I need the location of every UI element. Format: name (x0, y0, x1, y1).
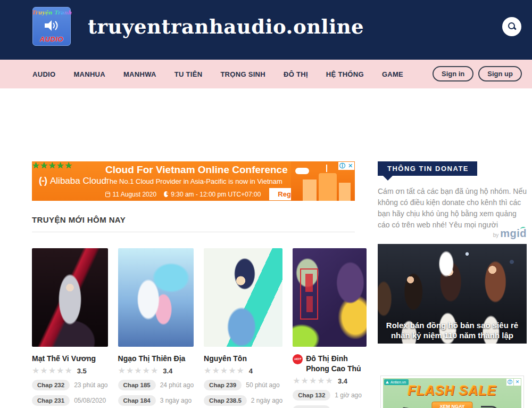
header: Truyện Tranh AUDIO truyentranhaudio.onli… (0, 0, 532, 60)
stars-empty: ★★★★★ (32, 366, 73, 375)
section-divider (32, 232, 355, 232)
lamp-shape (481, 406, 499, 408)
rating-value: 3.5 (77, 367, 87, 375)
chapter-button[interactable]: Chap 184 (118, 395, 156, 406)
chapter-time: 3 ngày ago (160, 397, 192, 404)
comic-title-text: Mạt Thế Vi Vương (32, 354, 96, 364)
chapter-row: Chap 231 05/08/2020 (32, 395, 108, 406)
flash-sale-ad[interactable]: Antien.vn ⓘ ✕ FLASH SALE XEM NGAY (380, 376, 524, 408)
sign-in-button[interactable]: Sign in (433, 66, 473, 81)
comic-card: Nguyên Tôn ★★★★★ ★★★★★ 4 Chap 239 50 phú… (204, 248, 282, 408)
search-button[interactable] (502, 17, 521, 36)
ad-close-icon[interactable]: ✕ (346, 162, 354, 170)
comic-card: HOT Đô Thị Đỉnh Phong Cao Thủ ★★★★★ ★★★★… (293, 248, 367, 408)
star-rating: ★★★★★ ★★★★★ 3.5 (32, 366, 108, 375)
chapter-time: 05/08/2020 (74, 397, 106, 404)
ad-info-icon[interactable]: ⓘ (338, 162, 346, 170)
chapter-time: 23 phút ago (74, 381, 107, 389)
xem-ngay-button[interactable]: XEM NGAY (431, 402, 472, 408)
donate-ribbon-tail (383, 176, 393, 181)
stars-empty: ★★★★★ (293, 377, 334, 385)
comic-title[interactable]: Nguyên Tôn (204, 354, 282, 364)
chapter-button[interactable]: Chap 132 (293, 390, 330, 401)
main-nav: AUDIO MANHUA MANHWA TU TIÊN TRỌNG SINH Đ… (0, 60, 532, 88)
building-shape (339, 183, 351, 201)
logo-text-audio: AUDIO (40, 35, 63, 43)
logo-text-top: Truyện Tranh (31, 10, 71, 15)
chapter-button[interactable]: Chap 185 (118, 380, 156, 390)
star-rating: ★★★★★ ★★★★★ 4 (204, 366, 282, 375)
hot-badge: HOT (293, 354, 303, 364)
chapter-button[interactable]: Chap 232 (32, 380, 70, 390)
ad-date: 11 August 2020 (113, 191, 157, 198)
sidebar: THÔNG TIN DONATE Cám ơn tất cả các bạn đ… (378, 161, 527, 408)
chapter-row: Chap 232 23 phút ago (32, 380, 108, 390)
page: Truyện Tranh AUDIO truyentranhaudio.onli… (0, 0, 532, 408)
flash-sale-ad-body: Antien.vn ⓘ ✕ FLASH SALE XEM NGAY (383, 378, 521, 408)
nav-item-trong-sinh[interactable]: TRỌNG SINH (220, 70, 265, 78)
speaker-icon (45, 20, 59, 31)
comic-card: Mạt Thế Vi Vương ★★★★★ ★★★★★ 3.5 Chap 23… (32, 248, 108, 408)
mgid-by-label: by (493, 232, 499, 238)
comic-title-text: Đô Thị Đỉnh Phong Cao Thủ (306, 354, 367, 374)
comic-title[interactable]: HOT Đô Thị Đỉnh Phong Cao Thủ (293, 354, 367, 374)
comic-title[interactable]: Ngạo Thị Thiên Địa (118, 354, 194, 364)
chapter-time: 1 giờ ago (335, 391, 362, 399)
stars-empty: ★★★★★ (204, 366, 245, 375)
chapter-row: Chap 239 50 phút ago (204, 380, 282, 390)
cloud-shape (295, 168, 309, 174)
chapter-button[interactable]: Chap 131 (293, 405, 330, 408)
comic-title[interactable]: Mạt Thế Vi Vương (32, 354, 108, 364)
chapter-button[interactable]: Chap 239 (204, 380, 242, 390)
auth-buttons: Sign in Sign up (433, 66, 522, 81)
rating-value: 3.4 (338, 377, 347, 385)
nav-item-manhua[interactable]: MANHUA (73, 70, 105, 78)
building-shape (303, 179, 317, 201)
chapter-row: Chap 132 1 giờ ago (293, 390, 367, 401)
site-logo[interactable]: Truyện Tranh AUDIO (32, 7, 71, 46)
ad-controls: ⓘ ✕ (338, 162, 354, 170)
building-shape (319, 173, 337, 201)
comic-grid: Mạt Thế Vi Vương ★★★★★ ★★★★★ 3.5 Chap 23… (32, 248, 355, 408)
site-title[interactable]: truyentranhaudio.online (88, 15, 364, 38)
clock-icon (164, 191, 168, 197)
comic-cover[interactable] (204, 248, 282, 347)
comic-title-text: Nguyên Tôn (204, 354, 247, 364)
donate-text: Cám ơn tất cả các bạn đã ủng hộ nhóm. Nế… (378, 186, 527, 231)
nav-item-manhwa[interactable]: MANHWA (123, 70, 156, 78)
rating-value: 4 (249, 367, 253, 375)
alibaba-logo: (-) Alibaba Cloud (39, 175, 106, 186)
chapter-time: 24 phút ago (160, 381, 194, 389)
donate-ribbon: THÔNG TIN DONATE (378, 161, 477, 176)
alibaba-brand-text: Alibaba Cloud (50, 176, 106, 186)
alibaba-bracket-icon: (-) (39, 175, 47, 186)
calendar-icon (105, 192, 110, 197)
native-ad[interactable]: Rolex bán đồng hồ bản sao siêu rẻ nhân k… (378, 244, 527, 344)
nav-item-tu-tien[interactable]: TU TIÊN (174, 70, 203, 78)
main-column: (-) Alibaba Cloud Cloud For Vietnam Onli… (32, 161, 355, 408)
nav-item-game[interactable]: GAME (382, 70, 403, 78)
mgid-attribution[interactable]: by mgid (493, 227, 527, 240)
comic-card: Ngạo Thị Thiên Địa ★★★★★ ★★★★★ 3.4 Chap … (118, 248, 194, 408)
comic-cover[interactable] (118, 248, 194, 347)
sign-up-button[interactable]: Sign up (478, 66, 522, 81)
nav-item-do-thi[interactable]: ĐÔ THỊ (284, 70, 308, 78)
nav-item-he-thong[interactable]: HỆ THỐNG (326, 70, 364, 78)
comic-cover[interactable] (32, 248, 108, 347)
nav-item-audio[interactable]: AUDIO (32, 70, 55, 78)
chapter-time: 50 phút ago (246, 381, 279, 389)
mgid-logo: mgid (500, 227, 527, 240)
chapter-button[interactable]: Chap 231 (32, 395, 70, 406)
comic-cover[interactable] (293, 248, 367, 347)
section-title: TRUYỆN MỚI HÔM NAY (32, 215, 355, 224)
star-rating: ★★★★★ ★★★★★ 3.4 (118, 366, 194, 375)
ad-time: 9:30 am - 12:00 pm UTC+07:00 (171, 191, 261, 198)
flag-shape (326, 165, 327, 172)
comic-title-text: Ngạo Thị Thiên Địa (118, 354, 186, 364)
chapter-button[interactable]: Chap 238.5 (204, 395, 247, 406)
chapter-time: 2 ngày ago (251, 397, 282, 404)
chapter-row: Chap 238.5 2 ngày ago (204, 395, 282, 406)
search-icon (507, 22, 517, 31)
cover-art-detail (300, 268, 318, 320)
stars-filled: ★★★★★ (32, 161, 252, 170)
